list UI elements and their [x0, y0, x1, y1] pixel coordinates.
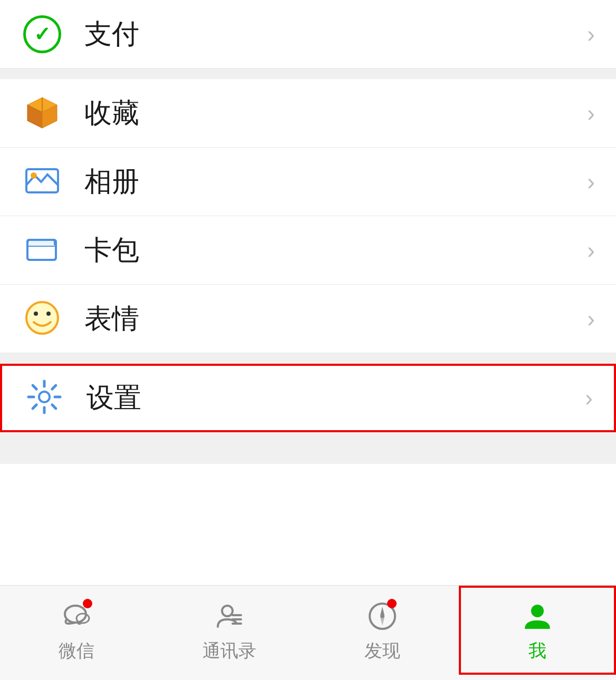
settings-label: 设置	[86, 380, 585, 416]
menu-item-collect[interactable]: 收藏 ›	[0, 79, 616, 148]
menu-item-payment[interactable]: 支付 ›	[0, 0, 616, 69]
payment-icon-wrap	[21, 13, 63, 55]
album-chevron: ›	[587, 169, 595, 195]
payment-chevron: ›	[587, 21, 595, 47]
svg-line-19	[52, 385, 56, 389]
album-label: 相册	[84, 163, 587, 200]
emoji-icon-wrap	[21, 298, 63, 340]
card-label: 卡包	[84, 232, 587, 269]
settings-icon	[25, 378, 63, 418]
album-icon	[23, 162, 61, 202]
svg-marker-30	[380, 617, 384, 626]
card-icon	[23, 230, 61, 270]
contacts-icon	[211, 598, 248, 635]
emoji-label: 表情	[84, 300, 587, 337]
menu-item-settings[interactable]: 设置 ›	[0, 364, 616, 432]
wechat-badge	[83, 599, 92, 608]
collect-icon	[23, 93, 61, 133]
menu-item-card[interactable]: 卡包 ›	[0, 216, 616, 285]
me-icon	[519, 598, 556, 635]
tab-item-discover[interactable]: 发现	[306, 586, 459, 675]
svg-point-11	[46, 312, 51, 316]
svg-point-5	[31, 172, 37, 179]
menu-list: 支付 › 收藏 ›	[0, 0, 616, 585]
svg-line-18	[52, 405, 56, 409]
discover-icon	[364, 598, 401, 635]
settings-icon-wrap	[23, 377, 65, 419]
divider-2	[0, 353, 616, 364]
collect-chevron: ›	[587, 100, 595, 127]
divider-bottom	[0, 432, 616, 464]
discover-badge	[387, 599, 397, 608]
chat-icon	[58, 598, 95, 635]
svg-point-12	[39, 392, 50, 402]
settings-chevron: ›	[585, 385, 593, 411]
tab-discover-label: 发现	[364, 639, 400, 663]
svg-line-17	[33, 385, 36, 389]
card-icon-wrap	[21, 229, 63, 271]
payment-icon	[23, 15, 61, 53]
tab-item-wechat[interactable]: 微信	[0, 586, 153, 675]
svg-line-20	[33, 405, 36, 409]
payment-label: 支付	[84, 16, 587, 53]
svg-marker-29	[380, 607, 384, 615]
tab-me-label: 我	[528, 639, 546, 663]
svg-point-22	[76, 614, 89, 623]
svg-point-9	[26, 302, 58, 334]
emoji-chevron: ›	[587, 306, 595, 332]
menu-item-emoji[interactable]: 表情 ›	[0, 285, 616, 353]
divider-1	[0, 69, 616, 79]
svg-point-10	[34, 312, 38, 316]
menu-item-album[interactable]: 相册 ›	[0, 148, 616, 216]
collect-icon-wrap	[21, 92, 63, 134]
emoji-icon	[23, 299, 61, 339]
tab-wechat-label: 微信	[59, 639, 94, 663]
card-chevron: ›	[587, 237, 595, 264]
collect-label: 收藏	[84, 95, 587, 132]
tab-item-contacts[interactable]: 通讯录	[153, 586, 306, 675]
album-icon-wrap	[21, 161, 63, 203]
svg-point-23	[222, 606, 233, 616]
tab-contacts-label: 通讯录	[203, 639, 256, 663]
tab-bar: 微信 通讯录 发现	[0, 585, 616, 680]
svg-point-31	[531, 605, 544, 617]
tab-item-me[interactable]: 我	[459, 586, 616, 675]
